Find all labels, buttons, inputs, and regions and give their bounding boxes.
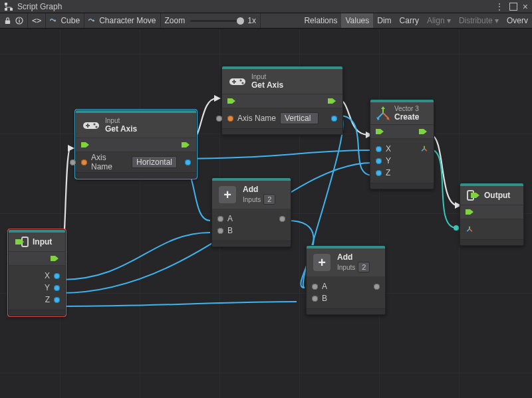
breadcrumb-object-0[interactable]: Cube bbox=[61, 16, 80, 25]
node-title: Create bbox=[394, 112, 419, 122]
result-out-port[interactable] bbox=[279, 216, 285, 222]
window-menu-icon[interactable]: ⋮ bbox=[495, 2, 504, 11]
vector-in-port[interactable] bbox=[466, 225, 473, 233]
plus-icon: + bbox=[313, 254, 331, 271]
a-in-port[interactable] bbox=[217, 216, 223, 222]
node-category: Vector 3 bbox=[394, 105, 419, 112]
axisname-field[interactable]: Vertical bbox=[280, 112, 319, 124]
value-out-port[interactable] bbox=[331, 116, 337, 122]
b-label: B bbox=[227, 226, 233, 235]
param-label: Axis Name bbox=[91, 153, 128, 171]
toggle-values[interactable]: Values bbox=[341, 13, 373, 28]
y-out-port[interactable] bbox=[54, 285, 60, 291]
breadcrumb-object-1[interactable]: Character Move bbox=[99, 16, 156, 25]
axisname-field[interactable]: Horizontal bbox=[132, 156, 177, 168]
graph-canvas[interactable]: InputGet Axis Axis Name Horizontal Input… bbox=[0, 29, 532, 398]
code-icon[interactable]: <> bbox=[32, 16, 41, 25]
flow-out-port[interactable] bbox=[182, 141, 191, 149]
svg-rect-18 bbox=[87, 124, 88, 128]
y-label: Y bbox=[386, 156, 391, 165]
flow-in-port[interactable] bbox=[81, 141, 90, 149]
z-in-port[interactable] bbox=[376, 170, 382, 176]
svg-point-20 bbox=[239, 79, 241, 81]
lock-icon[interactable] bbox=[4, 17, 11, 25]
a-label: A bbox=[322, 282, 327, 291]
flow-in-port[interactable] bbox=[227, 97, 237, 105]
window-title: Script Graph bbox=[17, 2, 62, 11]
result-out-port[interactable] bbox=[374, 284, 380, 290]
node-graph-output[interactable]: Output bbox=[460, 183, 524, 246]
param-label: Axis Name bbox=[237, 114, 276, 123]
vector-out-port[interactable] bbox=[420, 145, 428, 153]
toggle-carry[interactable]: Carry bbox=[396, 13, 423, 28]
output-icon bbox=[467, 190, 480, 201]
x-label: X bbox=[386, 144, 391, 153]
flow-out-port[interactable] bbox=[419, 128, 428, 136]
zoom-slider[interactable] bbox=[190, 20, 242, 22]
node-title: Get Axis bbox=[105, 124, 137, 134]
inputs-label: Inputs bbox=[337, 264, 355, 271]
z-label: Z bbox=[45, 295, 50, 304]
node-target-port[interactable] bbox=[216, 116, 222, 122]
axisname-in-port[interactable] bbox=[227, 116, 233, 122]
flow-in-port[interactable] bbox=[376, 128, 385, 136]
gamepad-icon bbox=[82, 120, 100, 132]
svg-marker-9 bbox=[68, 145, 74, 151]
node-add-2[interactable]: + Add Inputs2 A B bbox=[306, 245, 386, 315]
close-icon[interactable]: × bbox=[523, 1, 528, 12]
svg-point-7 bbox=[54, 20, 56, 22]
z-out-port[interactable] bbox=[54, 297, 60, 303]
x-in-port[interactable] bbox=[376, 146, 382, 152]
x-label: X bbox=[45, 271, 50, 280]
node-vector3-create[interactable]: Vector 3Create X Y Z bbox=[370, 99, 434, 189]
svg-rect-5 bbox=[19, 20, 19, 23]
axisname-in-port[interactable] bbox=[81, 159, 87, 165]
z-label: Z bbox=[386, 168, 390, 177]
link-icon bbox=[88, 17, 95, 24]
svg-rect-1 bbox=[5, 8, 7, 11]
flow-in-port[interactable] bbox=[466, 208, 475, 216]
y-in-port[interactable] bbox=[376, 158, 382, 164]
svg-point-21 bbox=[241, 82, 243, 84]
distribute-dropdown[interactable]: Distribute ▾ bbox=[455, 13, 503, 28]
svg-marker-24 bbox=[381, 106, 385, 109]
node-title: Output bbox=[484, 191, 510, 200]
b-in-port[interactable] bbox=[217, 228, 223, 234]
x-out-port[interactable] bbox=[54, 273, 60, 279]
info-icon[interactable] bbox=[15, 17, 23, 25]
toggle-relations[interactable]: Relations bbox=[300, 13, 341, 28]
flow-out-port[interactable] bbox=[328, 97, 337, 105]
graph-icon bbox=[4, 2, 13, 11]
plus-icon: + bbox=[219, 186, 236, 203]
y-label: Y bbox=[45, 283, 50, 292]
input-icon bbox=[15, 237, 29, 247]
align-dropdown[interactable]: Align ▾ bbox=[423, 13, 455, 28]
a-in-port[interactable] bbox=[312, 284, 318, 290]
maximize-icon[interactable] bbox=[509, 3, 517, 11]
node-target-port[interactable] bbox=[70, 159, 76, 165]
node-input-getaxis-horizontal[interactable]: InputGet Axis Axis Name Horizontal bbox=[75, 110, 197, 179]
svg-rect-2 bbox=[10, 8, 13, 11]
b-in-port[interactable] bbox=[312, 296, 318, 302]
value-out-port[interactable] bbox=[185, 159, 191, 165]
flow-out-port[interactable] bbox=[51, 254, 60, 262]
inputs-label: Inputs bbox=[243, 196, 261, 203]
link-icon bbox=[50, 17, 57, 24]
node-graph-input[interactable]: Input X Y Z bbox=[8, 229, 66, 316]
vector3-icon bbox=[376, 106, 390, 121]
zoom-value: 1x bbox=[247, 16, 256, 25]
toggle-dim[interactable]: Dim bbox=[373, 13, 395, 28]
svg-rect-3 bbox=[5, 20, 10, 23]
node-category: Input bbox=[251, 73, 283, 80]
inputs-count[interactable]: 2 bbox=[358, 262, 370, 272]
node-title: Input bbox=[33, 237, 52, 247]
zoom-label: Zoom bbox=[165, 16, 186, 25]
toggle-overview[interactable]: Overv bbox=[503, 13, 532, 28]
node-input-getaxis-vertical[interactable]: InputGet Axis Axis Name Vertical bbox=[221, 66, 343, 135]
node-title: Add bbox=[243, 185, 275, 194]
b-label: B bbox=[322, 294, 327, 303]
inputs-count[interactable]: 2 bbox=[263, 194, 275, 205]
svg-rect-0 bbox=[5, 3, 7, 5]
svg-point-16 bbox=[95, 126, 97, 128]
node-add-1[interactable]: + Add Inputs2 A B bbox=[211, 177, 291, 247]
